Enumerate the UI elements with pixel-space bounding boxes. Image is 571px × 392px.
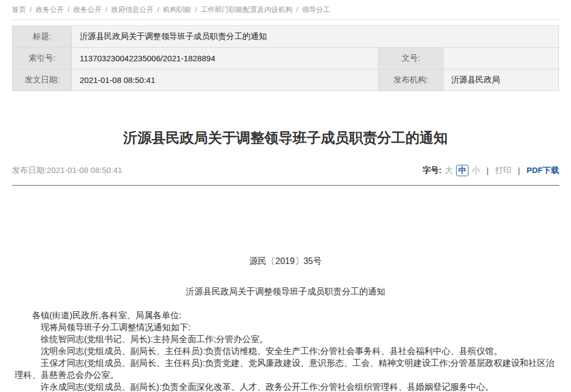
document-number: 源民〔2019〕35号 — [15, 255, 556, 267]
document-paragraph: 徐统智同志(党组书记、局长):主持局全面工作;分管办公室。 — [15, 333, 556, 345]
title-label: 标题: — [12, 26, 72, 48]
breadcrumb-separator: / — [68, 5, 70, 14]
document-paragraph: 现将局领导班子分工调整情况通知如下: — [15, 322, 556, 333]
publish-date-label: 发布日期: — [12, 165, 47, 175]
breadcrumb-separator: / — [157, 5, 159, 14]
document-paragraph: 各镇(街道)民政所,各科室、局属各单位: — [15, 310, 556, 322]
publish-date-value: 2021-01-08 08:50:41 — [47, 165, 122, 175]
font-size-small-button[interactable]: 小 — [472, 165, 480, 176]
document-paragraph: 许永成同志(党组成员、副局长):负责全面深化改革、人才、政务公开工作;分管社会组… — [15, 381, 556, 392]
breadcrumb-separator: / — [30, 5, 32, 14]
index-number-label: 索引号: — [12, 48, 72, 69]
breadcrumb-separator: / — [296, 5, 298, 14]
issue-date-label: 发文日期: — [12, 69, 72, 91]
document-title: 沂源县民政局关于调整领导班子成员职责分工的通知 — [15, 286, 556, 298]
table-row: 索引号: 113703230042235006/2021-1828894 文号: — [12, 48, 559, 69]
pdf-download-button[interactable]: PDF下载 — [527, 165, 559, 176]
breadcrumb-divider — [12, 20, 559, 20]
font-size-large-button[interactable]: 大 — [445, 165, 453, 176]
print-button[interactable]: 打印 — [495, 165, 511, 176]
breadcrumb-link-departments[interactable]: 工作部门职能配置及内设机构 — [201, 5, 292, 14]
issue-date-value: 2021-01-08 08:50:41 — [72, 69, 378, 91]
index-number-value: 113703230042235006/2021-1828894 — [72, 48, 378, 69]
publish-date: 发布日期:2021-01-08 08:50:41 — [12, 165, 122, 176]
document-paragraph: 王保才同志(党组成员、副局长、主任科员):负责党建、党风廉政建设、意识形态、工会… — [15, 357, 556, 381]
document-paragraph: 沈明余同志(党组成员、副局长、主任科员):负责信访维稳、安全生产工作;分管社会事… — [15, 345, 556, 357]
page-container: 首页/政务公开/政务公开/政府信息公开/机构职能/工作部门职能配置及内设机构/领… — [0, 0, 571, 392]
title-value: 沂源县民政局关于调整领导班子成员职责分工的通知 — [72, 26, 559, 48]
breadcrumb-link-zwgk-2[interactable]: 政务公开 — [73, 5, 101, 14]
toolbar-divider: | — [486, 166, 489, 175]
document-meta-table: 标题: 沂源县民政局关于调整领导班子成员职责分工的通知 索引号: 1137032… — [12, 25, 559, 91]
agency-value: 沂源县民政局 — [444, 69, 559, 91]
breadcrumb-link-home[interactable]: 首页 — [12, 5, 26, 14]
doc-number-value — [444, 48, 559, 69]
page-title: 沂源县民政局关于调整领导班子成员职责分工的通知 — [12, 129, 559, 146]
toolbar-divider: | — [518, 166, 520, 175]
article-meta-row: 发布日期:2021-01-08 08:50:41 字号: 大 中 小 | 打印 … — [12, 165, 559, 186]
document-body: 源民〔2019〕35号 沂源县民政局关于调整领导班子成员职责分工的通知 各镇(街… — [12, 186, 559, 392]
font-size-label: 字号: — [422, 165, 441, 176]
table-row: 标题: 沂源县民政局关于调整领导班子成员职责分工的通知 — [12, 26, 559, 48]
breadcrumb-link-info-disclosure[interactable]: 政府信息公开 — [111, 5, 153, 14]
breadcrumb: 首页/政务公开/政务公开/政府信息公开/机构职能/工作部门职能配置及内设机构/领… — [12, 0, 559, 20]
breadcrumb-link-zwgk-1[interactable]: 政务公开 — [36, 5, 64, 14]
table-row: 发文日期: 2021-01-08 08:50:41 发布机构: 沂源县民政局 — [12, 69, 559, 91]
breadcrumb-separator: / — [105, 5, 107, 14]
agency-label: 发布机构: — [378, 69, 444, 91]
breadcrumb-current: 领导分工 — [302, 5, 330, 14]
font-size-medium-button[interactable]: 中 — [456, 165, 469, 176]
article-toolbar: 字号: 大 中 小 | 打印 | PDF下载 — [422, 165, 559, 176]
doc-number-label: 文号: — [378, 48, 444, 69]
breadcrumb-link-functions[interactable]: 机构职能 — [163, 5, 191, 14]
breadcrumb-separator: / — [195, 5, 197, 14]
